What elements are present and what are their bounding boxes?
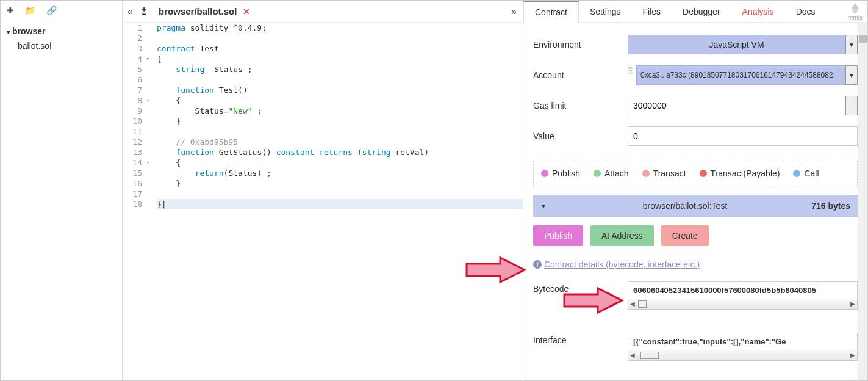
create-button[interactable]: Create <box>661 225 709 246</box>
file-explorer: ✚ 📁 🔗 browser ballot.sol <box>1 1 123 380</box>
panel-tab-analysis[interactable]: Analysis <box>731 1 785 23</box>
row-environment: Environment JavaScript VM ▼ <box>533 35 858 54</box>
row-value: Value <box>533 126 858 146</box>
label-value: Value <box>533 131 628 141</box>
gas-spinner[interactable] <box>845 96 858 115</box>
input-value[interactable] <box>628 126 858 146</box>
collapse-panel-icon[interactable]: » <box>505 6 523 17</box>
bytecode-scrollbar[interactable] <box>628 299 858 310</box>
at-address-button[interactable]: At Address <box>590 225 654 246</box>
publish-button[interactable]: Publish <box>533 225 583 246</box>
label-interface: Interface <box>533 333 628 361</box>
file-ballot-sol[interactable]: ballot.sol <box>1 38 122 53</box>
legend-call: Call <box>793 169 819 178</box>
sidebar-toolbar: ✚ 📁 🔗 <box>1 1 122 20</box>
contract-name: browser/ballot.sol:Test <box>559 201 811 211</box>
label-account: Account <box>533 70 628 80</box>
account-dropdown-icon[interactable]: ▼ <box>845 65 858 85</box>
interface-scrollbar[interactable] <box>628 350 858 361</box>
font-size-controls: + − <box>138 7 150 16</box>
legend-publish: Publish <box>541 169 580 178</box>
file-tree: browser ballot.sol <box>1 20 122 57</box>
expand-contract-icon[interactable]: ▼ <box>540 203 547 209</box>
action-legend: PublishAttachTransactTransact(Payable)Ca… <box>533 161 858 186</box>
info-icon: i <box>533 260 542 269</box>
panel-tab-files[interactable]: Files <box>632 1 672 23</box>
interface-value[interactable]: [{"constant":true,"inputs":[],"name":"Ge <box>628 333 858 350</box>
contract-actions: Publish At Address Create <box>533 217 858 255</box>
panel-tabs: ContractSettingsFilesDebuggerAnalysisDoc… <box>523 1 867 23</box>
select-account[interactable]: 0xca3...a733c (8901850771803170616147943… <box>636 65 845 85</box>
right-panel: remix ContractSettingsFilesDebuggerAnaly… <box>523 1 867 380</box>
collapse-sidebar-icon[interactable]: « <box>123 6 138 17</box>
remix-logo: remix <box>848 3 863 21</box>
panel-tab-debugger[interactable]: Debugger <box>672 1 731 23</box>
tab-title: browser/ballot.sol <box>159 6 237 16</box>
panel-scrollbar[interactable] <box>858 23 867 380</box>
close-tab-icon[interactable]: ✕ <box>243 7 250 16</box>
editor-tabbar: « + − browser/ballot.sol ✕ » <box>123 1 523 23</box>
row-bytecode: Bytecode 60606040523415610000f57600080fd… <box>533 281 858 310</box>
contract-details-row: i Contract details (bytecode, interface … <box>533 255 858 281</box>
panel-tab-settings[interactable]: Settings <box>579 1 632 23</box>
legend-transact: Transact <box>642 169 686 178</box>
line-gutter: 123456789101112131415161718 <box>123 23 147 380</box>
label-gas-limit: Gas limit <box>533 101 628 111</box>
row-gas-limit: Gas limit <box>533 96 858 115</box>
code-body[interactable]: pragma solidity ^0.4.9;contract Test{ st… <box>147 23 523 380</box>
panel-tab-docs[interactable]: Docs <box>785 1 827 23</box>
font-decrease-icon[interactable]: − <box>142 12 146 16</box>
label-bytecode: Bytecode <box>533 281 628 310</box>
select-environment[interactable]: JavaScript VM <box>628 35 845 54</box>
link-icon[interactable]: 🔗 <box>46 5 57 15</box>
svg-marker-0 <box>852 3 859 10</box>
environment-dropdown-icon[interactable]: ▼ <box>845 35 858 54</box>
panel-tab-contract[interactable]: Contract <box>523 1 579 23</box>
label-environment: Environment <box>533 40 628 49</box>
contract-size: 716 bytes <box>811 201 850 211</box>
code-area[interactable]: 123456789101112131415161718 pragma solid… <box>123 23 523 380</box>
new-file-icon[interactable]: ✚ <box>7 5 14 15</box>
input-gas-limit[interactable] <box>628 96 845 115</box>
legend-transactpayable: Transact(Payable) <box>700 169 780 178</box>
open-folder-icon[interactable]: 📁 <box>25 5 35 15</box>
panel-body: Environment JavaScript VM ▼ Account ⎘ 0x… <box>523 23 867 380</box>
row-interface: Interface [{"constant":true,"inputs":[],… <box>533 333 858 361</box>
copy-account-icon[interactable]: ⎘ <box>628 65 633 85</box>
editor-tab-active[interactable]: browser/ballot.sol ✕ <box>150 2 259 20</box>
code-editor: « + − browser/ballot.sol ✕ » 12345678910… <box>123 1 523 380</box>
row-account: Account ⎘ 0xca3...a733c (890185077180317… <box>533 65 858 85</box>
folder-browser[interactable]: browser <box>1 24 122 38</box>
bytecode-value[interactable]: 60606040523415610000f57600080fd5b5b60408… <box>628 281 858 299</box>
legend-attach: Attach <box>594 169 629 178</box>
contract-details-link[interactable]: Contract details (bytecode, interface et… <box>544 259 700 269</box>
contract-header[interactable]: ▼ browser/ballot.sol:Test 716 bytes <box>533 195 858 217</box>
